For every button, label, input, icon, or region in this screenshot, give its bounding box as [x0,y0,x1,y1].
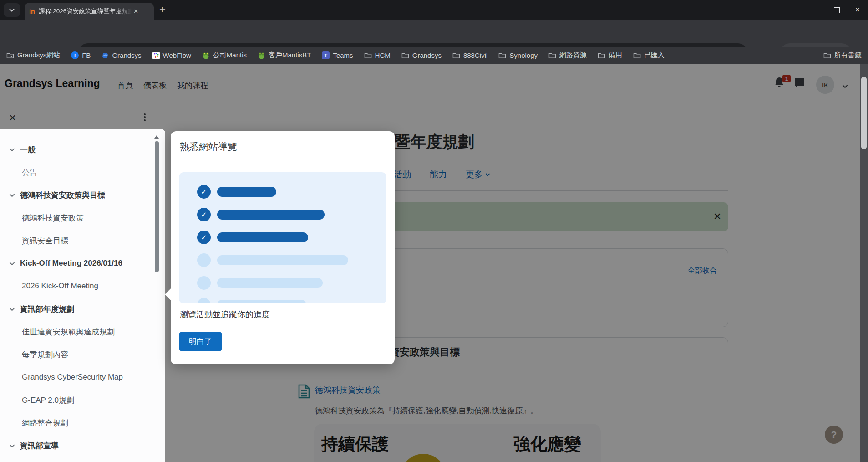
folder-gear-icon [6,52,14,59]
bookmark-teams[interactable]: T Teams [322,51,353,59]
page-scrollbar-thumb[interactable] [861,77,867,149]
folder-icon [452,52,460,59]
bookmark-fb[interactable]: f FB [71,51,91,59]
tour-highlight-corner [161,129,165,133]
drawer-item-announcements[interactable]: 公告 [0,163,165,181]
site-favicon-icon: in [29,8,35,15]
facebook-icon: f [71,51,79,59]
drawer-item-security-policy[interactable]: 德鴻科技資安政策 [0,209,165,227]
skeleton-bar [217,232,308,242]
chevron-down-icon[interactable] [9,262,15,266]
window-minimize-button[interactable] [805,0,826,20]
folder-icon [401,52,409,59]
drawer-scrollbar-up-arrow[interactable] [154,135,159,139]
chevron-down-icon[interactable] [9,307,15,311]
minimize-icon [813,10,818,10]
check-circle-icon: ✓ [197,185,211,199]
window-controls: × [805,0,868,20]
skeleton-bar [217,210,325,220]
folder-icon [364,52,372,59]
bookmark-folder-imported[interactable]: 已匯入 [633,51,665,60]
chevron-down-icon [9,8,15,12]
drawer-item-infosec-goals[interactable]: 資訊安全目標 [0,231,165,250]
folder-icon [823,52,831,59]
all-bookmarks-button[interactable]: 所有書籤 [823,51,862,60]
new-tab-button[interactable]: + [159,4,166,15]
mantis-bug-icon [258,52,265,59]
tab-search-button[interactable] [4,3,20,17]
bookmarks-bar: Grandsys網站 f FB Grandsys WebFlow 公司Manti… [0,47,868,64]
skeleton-bar [217,187,276,197]
tab-title: 課程:2026資安政策宣導暨年度規劃 [39,7,132,15]
teams-icon: T [322,51,330,59]
tour-backdrop-top[interactable] [0,64,868,129]
bookmark-folder-grandsys[interactable]: Grandsys [401,51,442,59]
check-circle-icon: ✓ [197,231,211,244]
bookmark-folder-network-resources[interactable]: 網路資源 [548,51,587,60]
tab-close-icon[interactable]: × [133,7,138,16]
drawer-section-it-promotion[interactable]: 資訊部宣導 [0,436,165,455]
bookmark-grandsys[interactable]: Grandsys [102,51,141,59]
bookmark-company-mantis[interactable]: 公司Mantis [202,51,247,60]
tour-title: 熟悉網站導覽 [180,140,237,153]
drawer-item-2026-kickoff[interactable]: 2026 Kick-Off Meeting [0,277,165,295]
bookmarks-separator [812,51,812,60]
tour-illustration-card: ✓ ✓ ✓ [179,172,386,303]
drawer-section-kickoff-meeting[interactable]: Kick-Off Meeting 2026/01/16 [0,254,165,272]
drawer-section-security-policy-goals[interactable]: 德鴻科技資安政策與目標 [0,186,165,204]
grandsys-icon [102,52,109,59]
bookmark-webflow[interactable]: WebFlow [152,51,191,59]
bookmark-folder-synology[interactable]: Synology [498,51,538,59]
drawer-item-cybersecurity-map[interactable]: Grandsys CyberSecurity Map [0,368,165,386]
drawer-scrollbar[interactable] [155,141,159,272]
chevron-down-icon[interactable] [9,148,15,152]
drawer-item-qisda-plan[interactable]: 佳世達資安規範與達成規劃 [0,323,165,341]
mantis-bug-icon [202,52,210,59]
folder-icon [633,52,641,59]
window-maximize-button[interactable] [826,0,847,20]
skeleton-bar [217,300,306,303]
skeleton-bar [217,255,348,265]
browser-tab-strip: in 課程:2026資安政策宣導暨年度規劃 × + × [0,0,868,20]
bookmark-folder-hcm[interactable]: HCM [364,51,391,59]
browser-toolbar: ← → learn.grandsys.com/course/view.php?i… [0,20,868,47]
bookmark-grandsys-site[interactable]: Grandsys網站 [6,51,60,60]
empty-circle-icon [197,253,211,267]
tour-got-it-button[interactable]: 明白了 [179,332,222,351]
empty-circle-icon [197,298,211,303]
course-index-drawer: 一般 公告 德鴻科技資安政策與目標 德鴻科技資安政策 資訊安全目標 Kick-O… [0,129,165,462]
tour-step-text: 瀏覽活動並追蹤你的進度 [180,309,270,320]
skeleton-bar [217,278,323,288]
window-close-button[interactable]: × [847,0,868,20]
drawer-section-it-annual-plan[interactable]: 資訊部年度規劃 [0,300,165,318]
drawer-item-network-integration[interactable]: 網路整合規劃 [0,414,165,432]
folder-icon [598,52,605,59]
browser-tab-active[interactable]: in 課程:2026資安政策宣導暨年度規劃 × [25,3,154,20]
drawer-item-geap-plan[interactable]: G-EAP 2.0規劃 [0,391,165,409]
folder-icon [498,52,506,59]
folder-icon [548,52,556,59]
tour-popup: 熟悉網站導覽 ✓ ✓ ✓ 瀏覽活動並追蹤你的進度 明白了 [171,131,395,364]
maximize-icon [834,7,840,13]
chevron-down-icon[interactable] [9,444,15,448]
check-circle-icon: ✓ [197,208,211,221]
drawer-section-general[interactable]: 一般 [0,140,165,159]
bookmark-customer-mantisbt[interactable]: 客戶MantisBT [258,51,311,60]
empty-circle-icon [197,276,211,290]
bookmark-folder-backup[interactable]: 備用 [598,51,622,60]
webflow-icon [152,52,160,59]
drawer-item-quarterly-plan[interactable]: 每季規劃內容 [0,345,165,364]
bookmark-folder-888civil[interactable]: 888Civil [452,51,487,59]
chevron-down-icon[interactable] [9,193,15,197]
